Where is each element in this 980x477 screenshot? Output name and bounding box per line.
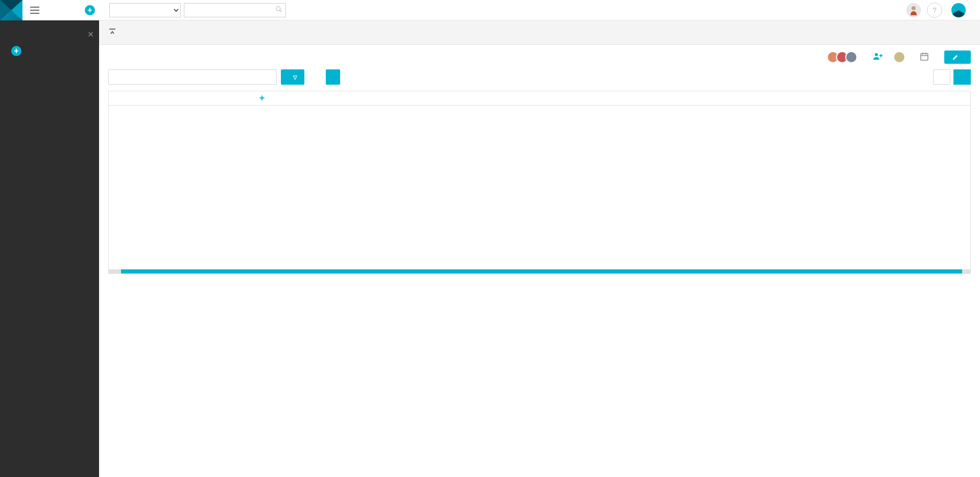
timeline-body[interactable] <box>268 106 970 268</box>
col-header-start[interactable] <box>175 91 222 105</box>
search-input[interactable] <box>184 4 285 17</box>
horizontal-scrollbar[interactable] <box>109 269 970 273</box>
entity-select[interactable] <box>109 3 181 17</box>
add-new-icon[interactable]: + <box>85 5 95 15</box>
col-header-duration[interactable] <box>222 91 256 105</box>
action-row: ▽ <box>99 69 980 91</box>
user-avatar[interactable] <box>906 3 921 17</box>
close-icon[interactable]: ✕ <box>87 30 94 39</box>
add-task-button[interactable]: ▽ <box>281 69 304 85</box>
add-project-icon[interactable]: + <box>11 46 21 56</box>
svg-point-3 <box>276 7 280 11</box>
col-header-name[interactable] <box>109 91 175 105</box>
help-icon[interactable]: ? <box>927 3 942 18</box>
svg-rect-10 <box>921 54 928 60</box>
gantt-chart: + <box>108 91 971 274</box>
calendar-icon[interactable] <box>920 52 929 63</box>
gantt-header: + <box>109 91 970 106</box>
collapse-icon[interactable] <box>108 28 116 38</box>
svg-point-7 <box>875 53 878 56</box>
timeline-header <box>268 91 970 105</box>
svg-line-4 <box>280 10 282 12</box>
edit-project-button[interactable] <box>944 51 971 64</box>
view-list[interactable] <box>933 69 950 85</box>
page-bar <box>99 20 980 45</box>
gantt-body <box>109 106 970 268</box>
app-logo[interactable] <box>0 0 22 20</box>
search-box <box>184 3 286 17</box>
menu-icon[interactable] <box>25 0 45 20</box>
project-meta <box>99 45 980 69</box>
search-icon[interactable] <box>275 6 282 14</box>
add-column-icon[interactable]: + <box>256 91 268 105</box>
svg-point-5 <box>912 6 916 10</box>
team-avatars[interactable] <box>830 51 857 63</box>
view-switch <box>928 69 971 85</box>
chevron-down-icon: ▽ <box>293 74 297 80</box>
topbar-right: ? <box>906 3 975 18</box>
owner-avatar[interactable] <box>893 51 905 63</box>
sidebar-title: + <box>0 20 99 56</box>
main-content: ▽ + <box>99 20 980 477</box>
topbar: + ? <box>0 0 980 20</box>
add-member-icon[interactable] <box>873 52 883 63</box>
domain-logo[interactable] <box>951 3 966 17</box>
view-timeline[interactable] <box>953 69 971 85</box>
task-table <box>109 106 268 268</box>
top-nav: + <box>54 5 95 15</box>
sidebar: ✕ + <box>0 20 99 477</box>
task-name-input[interactable] <box>108 69 277 85</box>
launch-workflow-button[interactable] <box>326 69 340 85</box>
